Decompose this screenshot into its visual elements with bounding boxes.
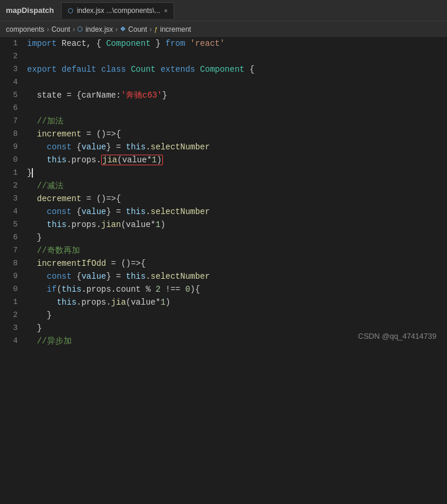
line-number-16: 6 [0,231,25,244]
breadcrumb-sep-4: › [149,25,152,34]
line-number-20: 0 [0,283,25,296]
line-content-15: this.props.jian(value*1) [25,218,447,231]
tab-close-button[interactable]: × [164,7,168,14]
line-content-21: this.props.jia(value*1) [25,296,447,309]
title-bar: mapDispatch ⬡ index.jsx ...\components\.… [0,0,447,21]
breadcrumb-increment: increment [160,25,191,34]
line-number-11: 1 [0,166,25,179]
line-number-7: 7 [0,115,25,128]
line-content-6 [25,102,447,115]
line-number-1: 1 [0,37,25,50]
line-number-12: 2 [0,179,25,192]
line-content-1: import React, { Component } from 'react' [25,37,447,50]
watermark: CSDN @qq_47414739 [358,332,436,341]
line-content-17: //奇数再加 [25,244,447,257]
line-number-10: 0 [0,153,25,166]
line-number-8: 8 [0,128,25,141]
line-content-3: export default class Count extends Compo… [25,63,447,76]
line-number-15: 5 [0,218,25,231]
breadcrumb-class-icon: ❖ [120,25,126,33]
app-title: mapDispatch [6,6,54,15]
line-number-5: 5 [0,89,25,102]
code-line-2: 2 [0,50,447,63]
line-number-18: 8 [0,257,25,270]
line-number-4: 4 [0,76,25,89]
code-line-22: 2 } [0,309,447,322]
code-line-20: 0 if(this.props.count % 2 !== 0){ [0,283,447,296]
line-content-5: state = {carName:'奔驰c63'} [25,89,447,102]
editor-tab[interactable]: ⬡ index.jsx ...\components\... × [61,2,175,19]
line-number-6: 6 [0,102,25,115]
line-content-14: const {value} = this.selectNumber [25,205,447,218]
tab-file-icon: ⬡ [68,7,74,15]
code-line-19: 9 const {value} = this.selectNumber [0,270,447,283]
tab-area: ⬡ index.jsx ...\components\... × [61,2,175,19]
code-line-21: 1 this.props.jia(value*1) [0,296,447,309]
line-number-17: 7 [0,244,25,257]
line-content-7: //加法 [25,115,447,128]
line-number-14: 4 [0,205,25,218]
line-content-22: } [25,309,447,322]
line-number-9: 9 [0,141,25,153]
line-number-13: 3 [0,192,25,205]
line-content-10: this.props.jia(value*1) [25,153,447,166]
code-line-17: 7 //奇数再加 [0,244,447,257]
breadcrumb-sep-1: › [46,25,49,34]
breadcrumb-file-icon: ⬡ [77,25,83,33]
code-line-6: 6 [0,102,447,115]
code-editor: 1 import React, { Component } from 'reac… [0,37,447,348]
breadcrumb-sep-3: › [115,25,118,34]
line-content-12: //减法 [25,179,447,192]
breadcrumb-components: components [6,25,44,34]
code-line-18: 8 incrementIfOdd = ()=>{ [0,257,447,270]
line-content-11: } [25,166,447,179]
line-number-21: 1 [0,296,25,309]
line-number-23: 3 [0,322,25,335]
code-line-4: 4 [0,76,447,89]
breadcrumb-count-2: Count [128,25,147,34]
code-line-3: 3 export default class Count extends Com… [0,63,447,76]
breadcrumb-sep-2: › [72,25,75,34]
code-line-11: 1 } [0,166,447,179]
breadcrumb: components › Count › ⬡ index.jsx › ❖ Cou… [0,21,447,37]
line-content-20: if(this.props.count % 2 !== 0){ [25,283,447,296]
line-content-18: incrementIfOdd = ()=>{ [25,257,447,270]
code-line-7: 7 //加法 [0,115,447,128]
line-number-19: 9 [0,270,25,283]
line-content-2 [25,50,447,63]
line-number-2: 2 [0,50,25,63]
code-line-14: 4 const {value} = this.selectNumber [0,205,447,218]
line-content-19: const {value} = this.selectNumber [25,270,447,283]
line-content-9: const {value} = this.selectNumber [25,141,447,153]
line-content-8: increment = ()=>{ [25,128,447,141]
line-content-4 [25,76,447,89]
tab-label: index.jsx ...\components\... [77,6,161,15]
line-number-22: 2 [0,309,25,322]
code-line-13: 3 decrement = ()=>{ [0,192,447,205]
code-line-10: 0 this.props.jia(value*1) [0,153,447,166]
line-number-3: 3 [0,63,25,76]
breadcrumb-count-1: Count [51,25,70,34]
code-line-16: 6 } [0,231,447,244]
code-line-12: 2 //减法 [0,179,447,192]
line-content-16: } [25,231,447,244]
line-content-13: decrement = ()=>{ [25,192,447,205]
breadcrumb-indexjsx: index.jsx [85,25,113,34]
code-line-8: 8 increment = ()=>{ [0,128,447,141]
code-line-1: 1 import React, { Component } from 'reac… [0,37,447,50]
code-line-5: 5 state = {carName:'奔驰c63'} [0,89,447,102]
code-line-15: 5 this.props.jian(value*1) [0,218,447,231]
line-number-24: 4 [0,335,25,348]
breadcrumb-func-icon: ƒ [154,26,158,33]
code-line-9: 9 const {value} = this.selectNumber [0,141,447,153]
